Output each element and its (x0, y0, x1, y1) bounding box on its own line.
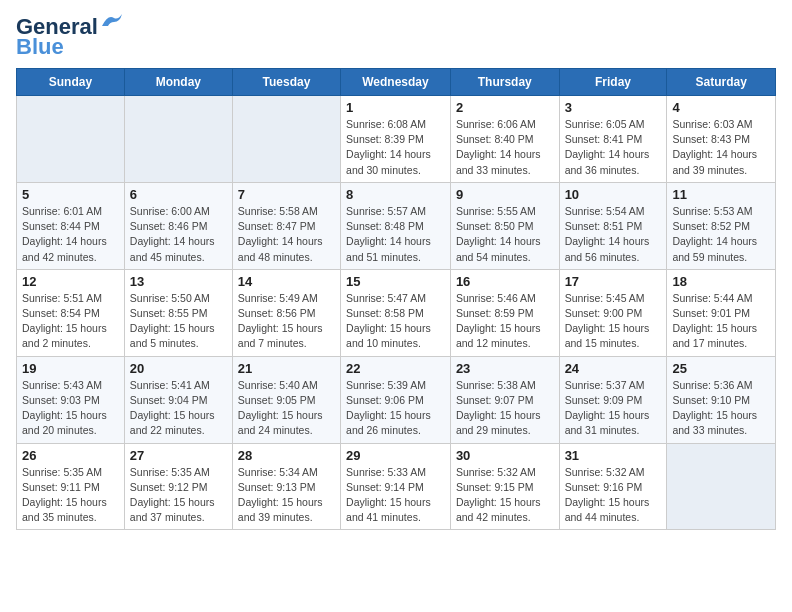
day-number: 18 (672, 274, 770, 289)
calendar-cell: 9Sunrise: 5:55 AM Sunset: 8:50 PM Daylig… (450, 182, 559, 269)
day-info: Sunrise: 5:38 AM Sunset: 9:07 PM Dayligh… (456, 378, 554, 439)
calendar-week-row: 5Sunrise: 6:01 AM Sunset: 8:44 PM Daylig… (17, 182, 776, 269)
day-info: Sunrise: 5:35 AM Sunset: 9:11 PM Dayligh… (22, 465, 119, 526)
calendar-cell: 27Sunrise: 5:35 AM Sunset: 9:12 PM Dayli… (124, 443, 232, 530)
calendar-cell: 4Sunrise: 6:03 AM Sunset: 8:43 PM Daylig… (667, 96, 776, 183)
day-info: Sunrise: 5:43 AM Sunset: 9:03 PM Dayligh… (22, 378, 119, 439)
logo: General Blue (16, 16, 122, 60)
day-number: 20 (130, 361, 227, 376)
day-info: Sunrise: 6:06 AM Sunset: 8:40 PM Dayligh… (456, 117, 554, 178)
logo-bird-icon (100, 12, 122, 30)
day-info: Sunrise: 5:54 AM Sunset: 8:51 PM Dayligh… (565, 204, 662, 265)
day-number: 14 (238, 274, 335, 289)
day-header-friday: Friday (559, 69, 667, 96)
calendar-cell: 24Sunrise: 5:37 AM Sunset: 9:09 PM Dayli… (559, 356, 667, 443)
day-info: Sunrise: 5:41 AM Sunset: 9:04 PM Dayligh… (130, 378, 227, 439)
calendar-cell: 20Sunrise: 5:41 AM Sunset: 9:04 PM Dayli… (124, 356, 232, 443)
day-info: Sunrise: 6:01 AM Sunset: 8:44 PM Dayligh… (22, 204, 119, 265)
day-info: Sunrise: 6:05 AM Sunset: 8:41 PM Dayligh… (565, 117, 662, 178)
calendar-cell (232, 96, 340, 183)
day-number: 30 (456, 448, 554, 463)
day-info: Sunrise: 5:40 AM Sunset: 9:05 PM Dayligh… (238, 378, 335, 439)
calendar-cell (17, 96, 125, 183)
day-info: Sunrise: 5:33 AM Sunset: 9:14 PM Dayligh… (346, 465, 445, 526)
day-number: 3 (565, 100, 662, 115)
calendar-cell: 26Sunrise: 5:35 AM Sunset: 9:11 PM Dayli… (17, 443, 125, 530)
day-number: 28 (238, 448, 335, 463)
calendar-cell: 19Sunrise: 5:43 AM Sunset: 9:03 PM Dayli… (17, 356, 125, 443)
day-info: Sunrise: 5:37 AM Sunset: 9:09 PM Dayligh… (565, 378, 662, 439)
day-number: 8 (346, 187, 445, 202)
calendar-week-row: 26Sunrise: 5:35 AM Sunset: 9:11 PM Dayli… (17, 443, 776, 530)
day-info: Sunrise: 5:34 AM Sunset: 9:13 PM Dayligh… (238, 465, 335, 526)
calendar-cell: 18Sunrise: 5:44 AM Sunset: 9:01 PM Dayli… (667, 269, 776, 356)
day-number: 5 (22, 187, 119, 202)
day-number: 15 (346, 274, 445, 289)
day-info: Sunrise: 5:32 AM Sunset: 9:15 PM Dayligh… (456, 465, 554, 526)
day-number: 27 (130, 448, 227, 463)
day-info: Sunrise: 5:36 AM Sunset: 9:10 PM Dayligh… (672, 378, 770, 439)
day-info: Sunrise: 6:08 AM Sunset: 8:39 PM Dayligh… (346, 117, 445, 178)
day-info: Sunrise: 5:51 AM Sunset: 8:54 PM Dayligh… (22, 291, 119, 352)
day-info: Sunrise: 5:32 AM Sunset: 9:16 PM Dayligh… (565, 465, 662, 526)
day-number: 21 (238, 361, 335, 376)
day-info: Sunrise: 5:39 AM Sunset: 9:06 PM Dayligh… (346, 378, 445, 439)
day-number: 31 (565, 448, 662, 463)
day-info: Sunrise: 5:53 AM Sunset: 8:52 PM Dayligh… (672, 204, 770, 265)
day-info: Sunrise: 6:03 AM Sunset: 8:43 PM Dayligh… (672, 117, 770, 178)
calendar-cell: 15Sunrise: 5:47 AM Sunset: 8:58 PM Dayli… (341, 269, 451, 356)
calendar-week-row: 12Sunrise: 5:51 AM Sunset: 8:54 PM Dayli… (17, 269, 776, 356)
day-info: Sunrise: 5:57 AM Sunset: 8:48 PM Dayligh… (346, 204, 445, 265)
calendar-cell: 25Sunrise: 5:36 AM Sunset: 9:10 PM Dayli… (667, 356, 776, 443)
calendar-cell: 2Sunrise: 6:06 AM Sunset: 8:40 PM Daylig… (450, 96, 559, 183)
day-info: Sunrise: 5:44 AM Sunset: 9:01 PM Dayligh… (672, 291, 770, 352)
day-number: 24 (565, 361, 662, 376)
day-number: 6 (130, 187, 227, 202)
day-info: Sunrise: 5:49 AM Sunset: 8:56 PM Dayligh… (238, 291, 335, 352)
calendar-cell: 29Sunrise: 5:33 AM Sunset: 9:14 PM Dayli… (341, 443, 451, 530)
page-header: General Blue (16, 16, 776, 60)
day-number: 26 (22, 448, 119, 463)
calendar-week-row: 19Sunrise: 5:43 AM Sunset: 9:03 PM Dayli… (17, 356, 776, 443)
day-number: 23 (456, 361, 554, 376)
calendar-week-row: 1Sunrise: 6:08 AM Sunset: 8:39 PM Daylig… (17, 96, 776, 183)
day-info: Sunrise: 5:35 AM Sunset: 9:12 PM Dayligh… (130, 465, 227, 526)
calendar-cell: 6Sunrise: 6:00 AM Sunset: 8:46 PM Daylig… (124, 182, 232, 269)
day-number: 4 (672, 100, 770, 115)
calendar-cell (667, 443, 776, 530)
day-header-monday: Monday (124, 69, 232, 96)
calendar-cell: 21Sunrise: 5:40 AM Sunset: 9:05 PM Dayli… (232, 356, 340, 443)
calendar-cell: 8Sunrise: 5:57 AM Sunset: 8:48 PM Daylig… (341, 182, 451, 269)
calendar-cell: 23Sunrise: 5:38 AM Sunset: 9:07 PM Dayli… (450, 356, 559, 443)
day-number: 19 (22, 361, 119, 376)
calendar-cell (124, 96, 232, 183)
calendar-table: SundayMondayTuesdayWednesdayThursdayFrid… (16, 68, 776, 530)
day-number: 29 (346, 448, 445, 463)
day-info: Sunrise: 6:00 AM Sunset: 8:46 PM Dayligh… (130, 204, 227, 265)
day-number: 16 (456, 274, 554, 289)
day-info: Sunrise: 5:47 AM Sunset: 8:58 PM Dayligh… (346, 291, 445, 352)
calendar-cell: 1Sunrise: 6:08 AM Sunset: 8:39 PM Daylig… (341, 96, 451, 183)
calendar-cell: 14Sunrise: 5:49 AM Sunset: 8:56 PM Dayli… (232, 269, 340, 356)
calendar-cell: 22Sunrise: 5:39 AM Sunset: 9:06 PM Dayli… (341, 356, 451, 443)
day-number: 22 (346, 361, 445, 376)
day-info: Sunrise: 5:55 AM Sunset: 8:50 PM Dayligh… (456, 204, 554, 265)
day-info: Sunrise: 5:58 AM Sunset: 8:47 PM Dayligh… (238, 204, 335, 265)
calendar-cell: 17Sunrise: 5:45 AM Sunset: 9:00 PM Dayli… (559, 269, 667, 356)
day-info: Sunrise: 5:45 AM Sunset: 9:00 PM Dayligh… (565, 291, 662, 352)
day-info: Sunrise: 5:46 AM Sunset: 8:59 PM Dayligh… (456, 291, 554, 352)
day-header-thursday: Thursday (450, 69, 559, 96)
day-number: 7 (238, 187, 335, 202)
calendar-cell: 3Sunrise: 6:05 AM Sunset: 8:41 PM Daylig… (559, 96, 667, 183)
day-number: 25 (672, 361, 770, 376)
calendar-cell: 31Sunrise: 5:32 AM Sunset: 9:16 PM Dayli… (559, 443, 667, 530)
logo-blue: Blue (16, 34, 64, 60)
day-number: 11 (672, 187, 770, 202)
day-header-sunday: Sunday (17, 69, 125, 96)
day-number: 10 (565, 187, 662, 202)
day-header-wednesday: Wednesday (341, 69, 451, 96)
day-number: 1 (346, 100, 445, 115)
day-number: 17 (565, 274, 662, 289)
calendar-cell: 11Sunrise: 5:53 AM Sunset: 8:52 PM Dayli… (667, 182, 776, 269)
day-number: 2 (456, 100, 554, 115)
